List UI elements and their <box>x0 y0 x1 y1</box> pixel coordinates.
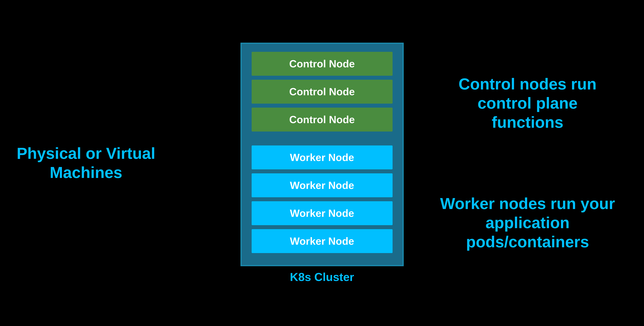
right-top-line1: Control nodes run <box>458 75 596 93</box>
left-label: Physical or Virtual Machines <box>16 144 156 182</box>
right-top-line3: functions <box>492 113 564 131</box>
left-label-line1: Physical or Virtual <box>17 144 156 162</box>
spacer <box>252 136 392 141</box>
left-label-line2: Machines <box>50 164 122 181</box>
control-node-2: Control Node <box>252 80 392 104</box>
right-top-label: Control nodes run control plane function… <box>423 75 632 132</box>
page-layout: Physical or Virtual Machines Control Nod… <box>0 0 644 326</box>
cluster-box: Control Node Control Node Control Node W… <box>240 43 404 266</box>
right-top-line2: control plane <box>478 94 578 112</box>
right-bottom-line1: Worker nodes run your <box>440 195 615 212</box>
worker-node-2: Worker Node <box>252 173 392 197</box>
right-labels: Control nodes run control plane function… <box>423 44 632 282</box>
center-cluster: Control Node Control Node Control Node W… <box>240 43 404 283</box>
worker-node-1: Worker Node <box>252 145 392 169</box>
right-bottom-label: Worker nodes run your application pods/c… <box>423 194 632 251</box>
right-bottom-line3: pods/containers <box>466 233 589 251</box>
worker-node-3: Worker Node <box>252 201 392 225</box>
control-node-1: Control Node <box>252 52 392 76</box>
worker-node-4: Worker Node <box>252 229 392 253</box>
control-node-3: Control Node <box>252 108 392 132</box>
right-bottom-line2: application <box>486 214 570 231</box>
cluster-label: K8s Cluster <box>290 270 354 283</box>
